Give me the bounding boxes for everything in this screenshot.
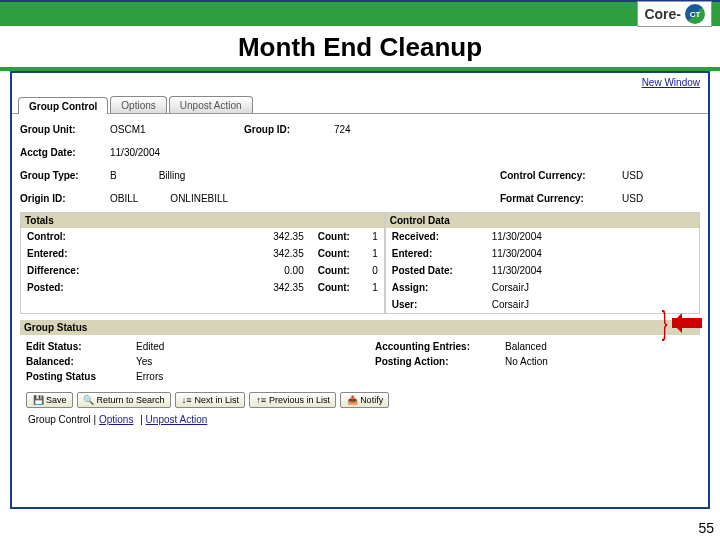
balanced-label: Balanced: xyxy=(26,356,136,367)
totals-header: Totals xyxy=(21,213,384,228)
group-unit-label: Group Unit: xyxy=(20,124,98,135)
footer-link-unpost-action[interactable]: Unpost Action xyxy=(146,414,208,425)
tab-bar: Group Control Options Unpost Action xyxy=(12,96,708,114)
page-number: 55 xyxy=(698,520,714,536)
next-in-list-button[interactable]: ↓≡Next in List xyxy=(175,392,246,408)
entered-label: Entered: xyxy=(27,248,244,259)
notify-icon: 📤 xyxy=(346,394,358,406)
top-bar: Core- CT xyxy=(0,2,720,26)
acctg-date-value: 11/30/2004 xyxy=(110,147,160,158)
control-count-label: Count: xyxy=(318,231,358,242)
control-currency-value: USD xyxy=(622,170,643,181)
assign-value: CorsairJ xyxy=(492,282,529,293)
logo-circle-icon: CT xyxy=(685,4,705,24)
edit-status-value: Edited xyxy=(136,341,164,352)
entered-value: 342.35 xyxy=(244,248,304,259)
arrow-up-icon: ↑≡ xyxy=(255,394,267,406)
posted-date-label: Posted Date: xyxy=(392,265,472,276)
next-button-label: Next in List xyxy=(195,395,240,405)
user-label: User: xyxy=(392,299,472,310)
control-value: 342.35 xyxy=(244,231,304,242)
tab-options[interactable]: Options xyxy=(110,96,166,113)
return-to-search-button[interactable]: 🔍Return to Search xyxy=(77,392,171,408)
received-label: Received: xyxy=(392,231,472,242)
save-icon: 💾 xyxy=(32,394,44,406)
origin-text: ONLINEBILL xyxy=(170,193,228,204)
new-window-link[interactable]: New Window xyxy=(642,77,700,88)
control-data-header: Control Data xyxy=(386,213,699,228)
footer-link-group-control: Group Control xyxy=(28,414,91,425)
posted-label: Posted: xyxy=(27,282,244,293)
acctg-date-label: Acctg Date: xyxy=(20,147,98,158)
app-frame: New Window Group Control Options Unpost … xyxy=(10,71,710,509)
previous-in-list-button[interactable]: ↑≡Previous in List xyxy=(249,392,336,408)
group-unit-value: OSCM1 xyxy=(110,124,146,135)
user-value: CorsairJ xyxy=(492,299,529,310)
posted-date-value: 11/30/2004 xyxy=(492,265,542,276)
posted-count-label: Count: xyxy=(318,282,358,293)
notify-button[interactable]: 📤Notify xyxy=(340,392,389,408)
tab-group-control[interactable]: Group Control xyxy=(18,97,108,114)
difference-count-label: Count: xyxy=(318,265,358,276)
entered-count-label: Count: xyxy=(318,248,358,259)
group-id-value: 724 xyxy=(334,124,351,135)
brand-logo: Core- CT xyxy=(637,1,712,27)
posted-value: 342.35 xyxy=(244,282,304,293)
edit-status-label: Edit Status: xyxy=(26,341,136,352)
save-button-label: Save xyxy=(46,395,67,405)
posting-status-value: Errors xyxy=(136,371,163,382)
origin-id-label: Origin ID: xyxy=(20,193,98,204)
control-currency-label: Control Currency: xyxy=(500,170,610,181)
arrow-down-icon: ↓≡ xyxy=(181,394,193,406)
received-value: 11/30/2004 xyxy=(492,231,542,242)
search-icon: 🔍 xyxy=(83,394,95,406)
difference-value: 0.00 xyxy=(244,265,304,276)
entered-count-value: 1 xyxy=(358,248,378,259)
balanced-value: Yes xyxy=(136,356,152,367)
format-currency-value: USD xyxy=(622,193,643,204)
assign-label: Assign: xyxy=(392,282,472,293)
cd-entered-label: Entered: xyxy=(392,248,472,259)
posted-count-value: 1 xyxy=(358,282,378,293)
notify-button-label: Notify xyxy=(360,395,383,405)
group-id-label: Group ID: xyxy=(244,124,322,135)
footer-links: Group Control | Options | Unpost Action xyxy=(20,412,700,427)
tab-unpost-action[interactable]: Unpost Action xyxy=(169,96,253,113)
page-title: Month End Cleanup xyxy=(0,26,720,67)
acct-entries-value: Balanced xyxy=(505,341,547,352)
prev-button-label: Previous in List xyxy=(269,395,330,405)
return-button-label: Return to Search xyxy=(97,395,165,405)
format-currency-label: Format Currency: xyxy=(500,193,610,204)
group-status-header: Group Status xyxy=(20,320,700,335)
arrow-left-icon xyxy=(672,318,702,328)
content-area: Group Unit:OSCM1 Group ID:724 Acctg Date… xyxy=(12,114,708,431)
group-type-label: Group Type: xyxy=(20,170,98,181)
group-type-value: B xyxy=(110,170,117,181)
control-label: Control: xyxy=(27,231,244,242)
posting-action-label: Posting Action: xyxy=(375,356,505,367)
cd-entered-value: 11/30/2004 xyxy=(492,248,542,259)
button-bar: 💾Save 🔍Return to Search ↓≡Next in List ↑… xyxy=(20,388,700,412)
callout-arrow xyxy=(659,311,702,335)
footer-link-options[interactable]: Options xyxy=(99,414,133,425)
control-count-value: 1 xyxy=(358,231,378,242)
posting-status-label: Posting Status xyxy=(26,371,136,382)
origin-id-value: OBILL xyxy=(110,193,138,204)
difference-count-value: 0 xyxy=(358,265,378,276)
difference-label: Difference: xyxy=(27,265,244,276)
save-button[interactable]: 💾Save xyxy=(26,392,73,408)
posting-action-value: No Action xyxy=(505,356,548,367)
acct-entries-label: Accounting Entries: xyxy=(375,341,505,352)
group-type-text: Billing xyxy=(159,170,186,181)
logo-text: Core- xyxy=(644,6,681,22)
